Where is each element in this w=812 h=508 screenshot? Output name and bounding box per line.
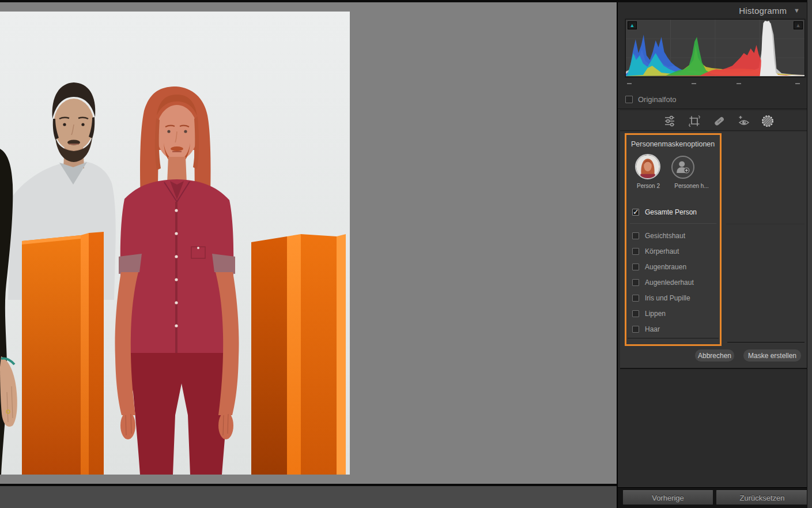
histogram[interactable]: ▲ ▲	[625, 19, 805, 77]
original-photo-label: Originalfoto	[638, 95, 676, 104]
histogram-header[interactable]: Histogramm ▼	[618, 2, 808, 18]
original-photo-row[interactable]: Originalfoto	[625, 93, 676, 105]
healing-icon[interactable]	[712, 114, 727, 129]
checkbox-icon[interactable]	[632, 264, 639, 270]
panel-divider	[727, 342, 805, 343]
cancel-button[interactable]: Abbrechen	[695, 349, 734, 362]
person-avatar[interactable]	[635, 154, 660, 179]
tool-strip	[620, 110, 808, 131]
checkbox-icon[interactable]	[632, 310, 639, 317]
popup-bottom-divider	[628, 338, 719, 338]
masking-panel: Personenmaskenoptionen	[620, 131, 808, 369]
canvas-toolbar	[0, 486, 617, 508]
crop-icon[interactable]	[687, 114, 702, 129]
popup-divider	[630, 223, 716, 224]
mask-option-augenlederhaut[interactable]: Augenlederhaut	[626, 276, 720, 289]
panel-divider	[726, 224, 805, 224]
original-photo-checkbox[interactable]	[625, 96, 633, 103]
lightroom-develop-window: Histogramm ▼ ▲ ▲	[0, 0, 812, 508]
edit-sliders-icon[interactable]	[662, 114, 677, 129]
checkbox-icon[interactable]	[632, 209, 639, 216]
histogram-plot	[626, 20, 805, 77]
create-mask-button[interactable]: Maske erstellen	[743, 349, 801, 362]
checkbox-icon[interactable]	[632, 232, 639, 239]
add-person-button[interactable]	[671, 156, 694, 179]
photo-canvas-area[interactable]	[0, 0, 617, 508]
develop-right-panel: Histogramm ▼ ▲ ▲	[617, 0, 812, 508]
photo-viewport[interactable]	[0, 12, 350, 475]
person-mask-options-popup: Personenmaskenoptionen	[625, 133, 722, 346]
histogram-zone-ticks	[625, 82, 805, 85]
previous-button[interactable]: Vorherige	[622, 490, 713, 505]
window-right-edge	[807, 0, 812, 508]
histogram-title: Histogramm	[739, 6, 787, 16]
mask-buttons-row: Abbrechen Maske erstellen	[620, 349, 808, 363]
collapse-triangle-icon[interactable]: ▼	[794, 7, 800, 14]
add-person-label: Personen h...	[664, 183, 719, 189]
checkbox-icon[interactable]	[632, 295, 639, 302]
window-top-strip	[0, 0, 812, 2]
checkbox-icon[interactable]	[632, 326, 639, 333]
reset-button[interactable]: Zurücksetzen	[716, 490, 809, 505]
person-avatar-label: Person 2	[626, 183, 670, 189]
masking-icon[interactable]	[760, 114, 775, 129]
mask-option-iris-und-pupille[interactable]: Iris und Pupille	[626, 291, 720, 305]
panel-footer: Vorherige Zurücksetzen	[618, 487, 808, 508]
mask-option-gesamte-person[interactable]: Gesamte Person	[626, 205, 720, 219]
red-eye-icon[interactable]	[737, 114, 751, 129]
checkbox-icon[interactable]	[632, 279, 639, 286]
mask-option-koerperhaut[interactable]: Körperhaut	[626, 244, 720, 258]
popup-title: Personenmaskenoptionen	[631, 140, 715, 148]
mask-option-lippen[interactable]: Lippen	[626, 307, 720, 321]
shadow-clipping-indicator[interactable]: ▲	[628, 21, 637, 29]
mask-option-augenbrauen[interactable]: Augenbrauen	[626, 260, 720, 274]
highlight-clipping-indicator[interactable]: ▲	[794, 21, 803, 29]
mask-option-haar[interactable]: Haar	[626, 322, 720, 336]
photo-illustration	[0, 12, 350, 475]
mask-option-gesichtshaut[interactable]: Gesichtshaut	[626, 229, 720, 243]
checkbox-icon[interactable]	[632, 248, 639, 255]
section-divider	[618, 108, 808, 109]
